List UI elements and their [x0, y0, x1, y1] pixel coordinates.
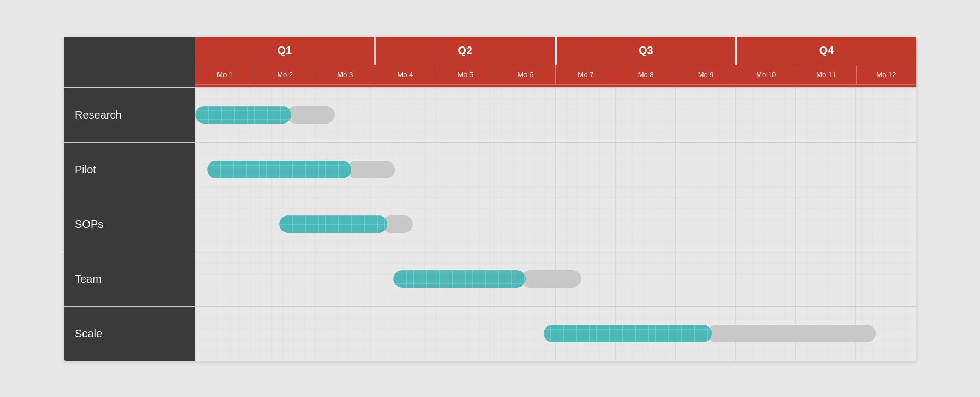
months-header-row: Mo 1Mo 2Mo 3Mo 4Mo 5Mo 6Mo 7Mo 8Mo 9Mo 1… — [64, 65, 916, 84]
bar-teal — [393, 270, 526, 288]
bar-gray — [347, 161, 395, 178]
month-cell-mo-8: Mo 8 — [616, 65, 676, 84]
month-cell-mo-12: Mo 12 — [857, 65, 916, 84]
bar-wrapper — [279, 215, 417, 233]
bar-gray — [521, 270, 581, 288]
gantt-chart: Q1Q2Q3Q4 Mo 1Mo 2Mo 3Mo 4Mo 5Mo 6Mo 7Mo … — [64, 37, 916, 361]
month-cell-mo-10: Mo 10 — [736, 65, 796, 84]
row-content-sops — [195, 197, 916, 252]
table-row: Team — [64, 252, 916, 306]
month-cell-mo-7: Mo 7 — [556, 65, 616, 84]
month-cell-mo-3: Mo 3 — [315, 65, 375, 84]
quarters-header-row: Q1Q2Q3Q4 — [64, 37, 916, 65]
month-cell-mo-11: Mo 11 — [796, 65, 857, 84]
row-content-research — [195, 88, 916, 142]
row-label-sops: SOPs — [64, 197, 195, 252]
quarter-cell-q4: Q4 — [737, 37, 916, 65]
bar-teal — [279, 215, 387, 233]
label-months-spacer — [64, 65, 195, 84]
quarter-cell-q1: Q1 — [195, 37, 376, 65]
month-cell-mo-6: Mo 6 — [495, 65, 556, 84]
bar-wrapper — [393, 270, 586, 288]
month-cell-mo-2: Mo 2 — [255, 65, 315, 84]
bar-teal — [195, 106, 291, 124]
bar-wrapper — [544, 325, 880, 342]
row-label-scale: Scale — [64, 307, 195, 361]
quarters-header: Q1Q2Q3Q4 — [195, 37, 916, 65]
bar-gray — [707, 325, 876, 342]
row-content-pilot — [195, 143, 916, 197]
bar-wrapper — [207, 161, 399, 178]
table-row: Pilot — [64, 142, 916, 197]
row-content-team — [195, 252, 916, 306]
table-row: Scale — [64, 306, 916, 361]
month-cell-mo-4: Mo 4 — [375, 65, 435, 84]
month-cell-mo-9: Mo 9 — [676, 65, 736, 84]
bar-wrapper — [195, 106, 339, 124]
row-label-pilot: Pilot — [64, 143, 195, 197]
table-row: SOPs — [64, 197, 916, 252]
bar-teal — [544, 325, 712, 342]
bar-teal — [207, 161, 351, 178]
row-label-team: Team — [64, 252, 195, 306]
months-cells: Mo 1Mo 2Mo 3Mo 4Mo 5Mo 6Mo 7Mo 8Mo 9Mo 1… — [195, 65, 916, 84]
label-header-spacer — [64, 37, 195, 65]
data-rows: ResearchPilotSOPsTeamScale — [64, 87, 916, 361]
bar-gray — [383, 215, 413, 233]
quarter-cell-q2: Q2 — [376, 37, 557, 65]
bar-gray — [287, 106, 335, 124]
month-cell-mo-1: Mo 1 — [195, 65, 255, 84]
month-cell-mo-5: Mo 5 — [435, 65, 495, 84]
row-content-scale — [195, 307, 916, 361]
table-row: Research — [64, 87, 916, 142]
row-label-research: Research — [64, 88, 195, 142]
quarter-cell-q3: Q3 — [557, 37, 737, 65]
